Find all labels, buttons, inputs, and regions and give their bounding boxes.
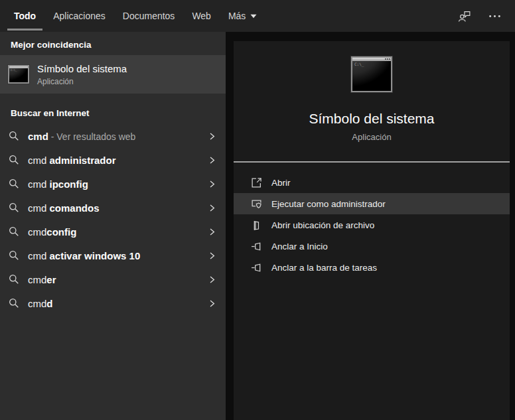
more-options-icon[interactable] (488, 9, 502, 23)
search-icon (9, 202, 19, 213)
action-label: Abrir (271, 178, 291, 188)
tab-aplicaciones[interactable]: Aplicaciones (44, 0, 114, 32)
tab-documentos[interactable]: Documentos (114, 0, 184, 32)
best-match-header: Mejor coincidencia (0, 32, 226, 54)
chevron-right-icon[interactable] (208, 228, 216, 236)
suggestion-text: cmd ipconfig (28, 178, 88, 190)
web-search-suggestions: cmd - Ver resultados webcmd administrado… (0, 124, 226, 315)
search-icon (9, 250, 19, 261)
best-match-title: Símbolo del sistema (37, 63, 127, 74)
search-suggestion-item[interactable]: cmd - Ver resultados web (0, 124, 226, 148)
app-title: Símbolo del sistema (234, 111, 510, 127)
command-prompt-icon-large: C:\_ (351, 56, 392, 92)
action-label: Abrir ubicación de archivo (271, 220, 374, 230)
chevron-right-icon[interactable] (208, 156, 216, 165)
search-suggestion-item[interactable]: cmder (0, 267, 226, 291)
search-results-panel: Mejor coincidencia C:\_ Símbolo del sist… (0, 32, 226, 420)
action-label: Anclar a la barra de tareas (271, 263, 377, 273)
file-location-icon (251, 220, 262, 231)
best-match-subtitle: Aplicación (37, 77, 127, 86)
tab-web[interactable]: Web (183, 0, 220, 32)
preview-pane: C:\_ Símbolo del sistema Aplicación Abri… (234, 41, 510, 420)
context-actions: AbrirEjecutar como administradorAbrir ub… (234, 172, 510, 278)
chevron-right-icon[interactable] (208, 204, 216, 212)
action-abrir-ubicacion-de-archivo[interactable]: Abrir ubicación de archivo (234, 214, 510, 236)
chevron-right-icon[interactable] (208, 275, 216, 284)
pin-icon (251, 241, 262, 252)
chevron-right-icon[interactable] (208, 251, 216, 260)
search-suggestion-item[interactable]: cmd comandos (0, 196, 226, 220)
suggestion-text: cmd administrador (28, 155, 116, 166)
chevron-right-icon[interactable] (208, 299, 216, 308)
search-suggestion-item[interactable]: cmd administrador (0, 148, 226, 172)
tab-todo[interactable]: Todo (5, 0, 44, 32)
open-window-icon (251, 177, 262, 188)
suggestion-text: cmd comandos (28, 202, 100, 214)
tab-label: Todo (14, 11, 36, 21)
search-topbar: TodoAplicacionesDocumentosWebMás (0, 0, 515, 32)
tab-label: Documentos (123, 11, 175, 21)
action-abrir[interactable]: Abrir (234, 172, 510, 193)
search-icon (9, 131, 19, 141)
app-subtitle: Aplicación (234, 132, 510, 142)
chevron-right-icon[interactable] (208, 180, 216, 188)
suggestion-text: cmdd (28, 298, 53, 309)
pin-icon (251, 262, 262, 273)
best-match-item[interactable]: C:\_ Símbolo del sistema Aplicación (0, 55, 226, 94)
action-anclar-a-la-barra-de-tareas[interactable]: Anclar a la barra de tareas (234, 257, 510, 278)
preview-pane-background: C:\_ Símbolo del sistema Aplicación Abri… (226, 32, 515, 420)
search-suggestion-item[interactable]: cmdd (0, 291, 226, 315)
tab-label: Aplicaciones (53, 11, 106, 21)
search-icon (9, 226, 19, 237)
chevron-right-icon[interactable] (208, 132, 216, 141)
suggestion-text: cmd - Ver resultados web (28, 131, 135, 142)
filter-tabs: TodoAplicacionesDocumentosWebMás (5, 0, 265, 32)
divider (234, 161, 510, 163)
topbar-right-icons (458, 9, 515, 23)
app-hero: C:\_ Símbolo del sistema Aplicación (234, 41, 510, 142)
tab-label: Web (192, 11, 211, 21)
action-ejecutar-como-administrador[interactable]: Ejecutar como administrador (234, 193, 510, 214)
action-label: Ejecutar como administrador (271, 199, 386, 209)
search-icon (9, 274, 19, 285)
search-suggestion-item[interactable]: cmd activar windows 10 (0, 244, 226, 267)
search-icon (9, 298, 19, 309)
search-icon (9, 155, 19, 165)
tab-label: Más (228, 11, 246, 21)
suggestion-text: cmd activar windows 10 (28, 250, 140, 261)
search-suggestion-item[interactable]: cmd ipconfig (0, 172, 226, 196)
command-prompt-icon: C:\_ (8, 65, 29, 84)
chevron-down-icon (250, 14, 257, 19)
suggestion-text: cmdconfig (28, 226, 76, 238)
suggestion-text: cmder (28, 274, 56, 285)
tab-mas[interactable]: Más (220, 0, 265, 32)
user-feedback-icon[interactable] (458, 9, 472, 23)
search-suggestion-item[interactable]: cmdconfig (0, 220, 226, 244)
search-icon (9, 178, 19, 189)
admin-shield-icon (251, 198, 262, 210)
action-label: Anclar a Inicio (271, 242, 328, 251)
web-search-header: Buscar en Internet (0, 100, 226, 123)
action-anclar-a-inicio[interactable]: Anclar a Inicio (234, 236, 510, 257)
